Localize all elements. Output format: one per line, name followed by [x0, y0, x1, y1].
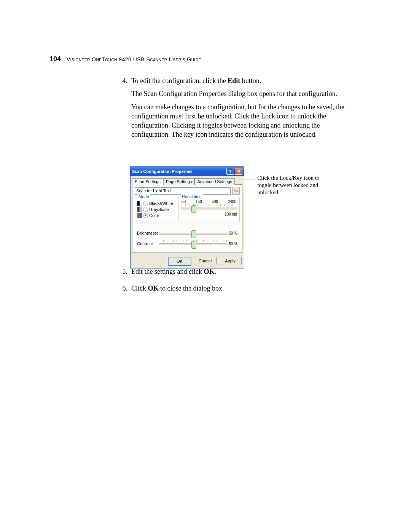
step-6-number: 6. [116, 283, 131, 297]
radio-bw-label: Black&White [149, 201, 173, 206]
dialog-title: Scan Configuration Properties [132, 169, 193, 174]
svg-point-0 [234, 190, 236, 191]
callout-leader-line [244, 179, 255, 179]
brightness-thumb[interactable] [191, 230, 196, 238]
step-4-line1: To edit the configuration, click the Edi… [131, 76, 352, 85]
brightness-slider[interactable]: 50 % [159, 230, 237, 236]
step-5-text: Edit the settings and click OK. [131, 267, 352, 276]
brightness-value: 50 % [229, 231, 237, 235]
tab-scan-settings[interactable]: Scan Settings [132, 178, 163, 185]
grayscale-icon [137, 207, 142, 212]
step-4-number: 4. [116, 76, 131, 143]
close-button[interactable]: ✕ [235, 168, 242, 175]
page-header: Visioneer OneTouch 9420 USB Scanner User… [67, 56, 201, 62]
lock-key-button[interactable] [232, 187, 240, 195]
contrast-label: Contrast: [137, 241, 159, 246]
dialog-titlebar[interactable]: Scan Configuration Properties ? ✕ [131, 167, 244, 176]
tab-advanced-settings[interactable]: Advanced Settings [194, 178, 235, 185]
help-button[interactable]: ? [226, 168, 234, 175]
svg-rect-4 [139, 207, 140, 212]
bw-icon [137, 201, 142, 206]
res-tick-150: 150 [196, 200, 202, 204]
brightness-label: Brightness: [137, 231, 159, 235]
resolution-thumb[interactable] [191, 205, 196, 213]
radio-bw[interactable] [143, 201, 148, 206]
svg-rect-5 [140, 207, 142, 212]
step-4-line2: The Scan Configuration Properties dialog… [131, 89, 352, 98]
res-tick-500: 500 [212, 200, 218, 204]
contrast-value: 50 % [229, 242, 237, 246]
svg-rect-1 [137, 201, 140, 206]
resolution-legend: Resolution [181, 194, 203, 199]
res-tick-50: 50 [182, 200, 186, 204]
res-tick-2400: 2400 [228, 200, 236, 204]
radio-color[interactable] [143, 213, 148, 218]
step-5-number: 5. [116, 267, 131, 280]
page-number: 104 [49, 55, 61, 63]
contrast-thumb[interactable] [191, 241, 196, 249]
scan-config-dialog: Scan Configuration Properties ? ✕ Scan S… [130, 166, 244, 268]
ok-button[interactable]: OK [168, 257, 191, 266]
apply-button[interactable]: Apply [219, 257, 242, 265]
contrast-slider[interactable]: 50 % [159, 240, 237, 247]
tab-page-settings[interactable]: Page Settings [163, 178, 195, 185]
mode-legend: Mode [137, 194, 150, 199]
color-icon [137, 213, 142, 218]
config-name-input[interactable] [135, 187, 231, 195]
step-4-line3: You can make changes to a configuration,… [131, 102, 352, 139]
svg-rect-2 [140, 201, 142, 206]
resolution-slider[interactable] [181, 204, 237, 211]
callout-text: Click the Lock/Key icon to toggle betwee… [257, 174, 326, 196]
svg-rect-7 [139, 213, 140, 218]
radio-grayscale[interactable] [143, 207, 148, 212]
cancel-button[interactable]: Cancel [194, 257, 217, 265]
header-rule [49, 63, 354, 63]
svg-rect-3 [137, 207, 139, 212]
radio-color-label: Color [149, 213, 159, 218]
step-6-text: Click OK to close the dialog box. [131, 283, 352, 293]
svg-rect-6 [137, 213, 139, 218]
svg-rect-8 [140, 213, 142, 218]
resolution-value: 200 dpi [225, 212, 237, 216]
key-icon [234, 189, 238, 193]
radio-grayscale-label: GrayScale [149, 207, 169, 212]
